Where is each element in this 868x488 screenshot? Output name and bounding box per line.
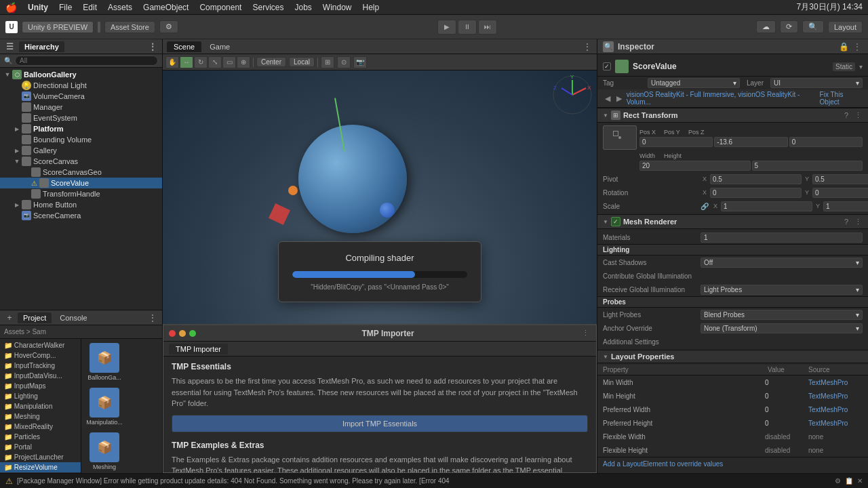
proj-tree-portal[interactable]: 📁 Portal xyxy=(0,442,81,452)
hierarchy-item-gallery[interactable]: ▶ Gallery xyxy=(0,145,162,156)
play-button[interactable]: ▶ xyxy=(437,20,456,35)
tmp-menu-btn[interactable]: ⋮ xyxy=(580,328,591,339)
proj-asset-manipulation[interactable]: 📦 Manipulatio... xyxy=(84,386,125,427)
snap-btn[interactable]: ⊙ xyxy=(337,56,351,68)
proj-tree-inputtracking[interactable]: 📁 InputTracking xyxy=(0,361,81,371)
scene-settings-btn[interactable]: ⋮ xyxy=(582,41,593,52)
hierarchy-tab[interactable]: Hierarchy xyxy=(19,41,64,52)
menu-help[interactable]: Help xyxy=(363,3,380,12)
close-dot[interactable] xyxy=(169,330,176,337)
scale-tool[interactable]: ⤡ xyxy=(208,56,222,68)
maximize-dot[interactable] xyxy=(189,330,196,337)
menu-services[interactable]: Services xyxy=(252,3,283,12)
hierarchy-item-scorecanvas[interactable]: ▼ ScoreCanvas xyxy=(0,156,162,167)
proj-tree-inputmaps[interactable]: 📁 InputMaps xyxy=(0,381,81,391)
pivot-x-input[interactable] xyxy=(710,174,802,184)
hierarchy-settings-btn[interactable]: ⋮ xyxy=(147,41,158,52)
hierarchy-item-scenecamera[interactable]: 📷 SceneCamera xyxy=(0,210,162,221)
menu-assets[interactable]: Assets xyxy=(108,3,132,12)
static-dropdown[interactable]: ▾ xyxy=(859,63,863,70)
menu-file[interactable]: File xyxy=(59,3,72,12)
hierarchy-item-scorecanasgeo[interactable]: ScoreCanvasGeo xyxy=(0,167,162,178)
breadcrumb-link[interactable]: visionOS RealityKit - Full Immersive, vi… xyxy=(627,91,817,106)
camera-btn[interactable]: 📷 xyxy=(353,56,367,68)
proj-asset-meshing[interactable]: 📦 Meshing xyxy=(84,431,125,472)
rt-dots-btn[interactable]: ⋮ xyxy=(853,110,863,120)
light-probes-dropdown[interactable]: Blend Probes▾ xyxy=(701,310,863,320)
inspector-menu-btn[interactable]: ⋮ xyxy=(852,41,863,52)
anchor-control[interactable] xyxy=(603,125,637,150)
rot-y-input[interactable] xyxy=(812,188,868,198)
proj-asset-balloonga[interactable]: 📦 BalloonGa... xyxy=(84,342,125,382)
space-dropdown[interactable]: Local xyxy=(289,57,315,67)
minimize-dot[interactable] xyxy=(179,330,186,337)
scale-x-input[interactable] xyxy=(721,201,812,211)
obj-active-checkbox[interactable]: ✓ xyxy=(603,62,611,70)
mr-dots-btn[interactable]: ⋮ xyxy=(853,217,863,226)
mr-info-btn[interactable]: ? xyxy=(842,217,851,226)
proj-tree-projectlauncher[interactable]: 📁 ProjectLauncher xyxy=(0,452,81,462)
back-btn[interactable]: ◀ xyxy=(603,94,612,103)
height-input[interactable] xyxy=(752,161,863,171)
project-settings-btn[interactable]: ⋮ xyxy=(147,312,158,323)
pos-y-input[interactable] xyxy=(714,137,787,147)
proj-tree-particles[interactable]: 📁 Particles xyxy=(0,432,81,442)
menu-edit[interactable]: Edit xyxy=(83,3,97,12)
layout-btn[interactable]: Layout xyxy=(828,21,863,33)
fix-this-btn[interactable]: Fix This Object xyxy=(820,91,863,106)
pos-x-input[interactable] xyxy=(639,137,713,147)
hierarchy-search-input[interactable] xyxy=(15,56,158,66)
transform-tool[interactable]: ⊕ xyxy=(237,56,250,68)
tab-console[interactable]: Console xyxy=(54,312,92,323)
add-layout-element-btn[interactable]: Add a LayoutElement to override values xyxy=(597,457,868,470)
hierarchy-item-boundingvolume[interactable]: Bounding Volume xyxy=(0,134,162,145)
scale-y-input[interactable] xyxy=(823,201,868,211)
status-icon-1[interactable]: ⚙ xyxy=(835,477,841,485)
menu-jobs[interactable]: Jobs xyxy=(294,3,311,12)
hand-tool[interactable]: ✋ xyxy=(165,56,179,68)
rect-transform-header[interactable]: ▼ ⊞ Rect Transform ? ⋮ xyxy=(597,108,868,123)
pivot-dropdown[interactable]: Center xyxy=(256,57,286,67)
status-icon-2[interactable]: 📋 xyxy=(845,477,853,485)
import-essentials-btn[interactable]: Import TMP Essentials xyxy=(172,415,588,432)
proj-tree-mixedreality[interactable]: 📁 MixedReality xyxy=(0,422,81,432)
menu-component[interactable]: Component xyxy=(199,3,241,12)
hierarchy-item-homebutton[interactable]: ▶ Home Button xyxy=(0,199,162,210)
collab-btn[interactable]: ⟳ xyxy=(780,20,798,33)
layout-props-header[interactable]: ▼ Layout Properties xyxy=(597,350,868,363)
app-name-btn[interactable]: Unity 6 PREVIEW xyxy=(22,21,94,33)
pivot-y-input[interactable] xyxy=(812,174,868,184)
hierarchy-item-directionallight[interactable]: 💡 Directional Light xyxy=(0,80,162,91)
mesh-renderer-header[interactable]: ▼ ✓ Mesh Renderer ? ⋮ xyxy=(597,214,868,229)
width-input[interactable] xyxy=(639,161,751,171)
proj-tree-meshing[interactable]: 📁 Meshing xyxy=(0,411,81,422)
mr-checkbox[interactable]: ✓ xyxy=(611,217,620,226)
proj-tree-inputdata[interactable]: 📁 InputDataVisu... xyxy=(0,371,81,381)
tab-project[interactable]: Project xyxy=(18,312,52,323)
step-button[interactable]: ⏭ xyxy=(478,20,497,35)
grid-btn[interactable]: ⊞ xyxy=(321,56,334,68)
scale-lock-icon[interactable]: 🔗 xyxy=(701,203,709,210)
receive-gi-dropdown[interactable]: Light Probes▾ xyxy=(701,285,863,295)
hierarchy-add-btn[interactable]: ☰ xyxy=(4,41,15,52)
status-icon-3[interactable]: ✕ xyxy=(857,477,863,485)
tab-scene[interactable]: Scene xyxy=(167,41,201,52)
hierarchy-item-scorevalue[interactable]: ⚠ ScoreValue xyxy=(0,178,162,188)
gear-btn[interactable]: ⚙ xyxy=(159,20,178,33)
tag-dropdown[interactable]: Untagged▾ xyxy=(648,78,740,88)
hierarchy-item-volumecamera[interactable]: 📷 VolumeCamera xyxy=(0,91,162,102)
rect-tool[interactable]: ▭ xyxy=(222,56,236,68)
proj-tree-resources[interactable]: 📁 Resources xyxy=(0,472,81,473)
forward-btn[interactable]: ▶ xyxy=(614,94,623,103)
rt-info-btn[interactable]: ? xyxy=(842,110,851,120)
move-tool[interactable]: ↔ xyxy=(180,56,193,68)
layer-dropdown[interactable]: UI▾ xyxy=(770,78,863,88)
hierarchy-item-manager[interactable]: Manager xyxy=(0,102,162,113)
proj-tree-characterwalker[interactable]: 📁 CharacterWalker xyxy=(0,340,81,350)
tmp-tab-main[interactable]: TMP Importer xyxy=(169,344,228,354)
proj-tree-resizevolume[interactable]: 📁 ResizeVolume xyxy=(0,462,81,472)
menu-window[interactable]: Window xyxy=(323,3,352,12)
project-add-btn[interactable]: + xyxy=(4,312,15,323)
inspector-lock-btn[interactable]: 🔒 xyxy=(838,41,849,52)
proj-tree-hovercomponent[interactable]: 📁 HoverComp... xyxy=(0,350,81,361)
